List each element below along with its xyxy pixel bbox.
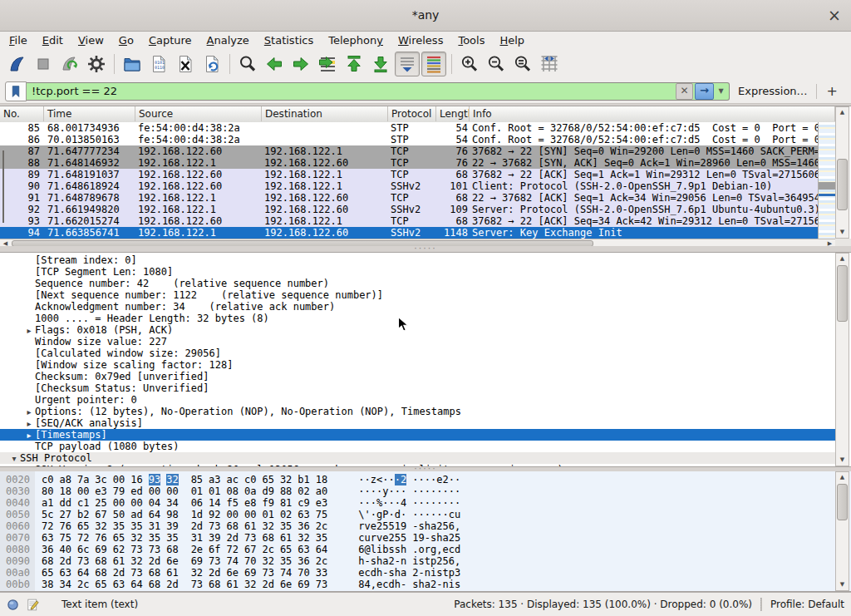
column-header-source[interactable]: Source	[135, 106, 262, 121]
hex-row-0030[interactable]: 0030801800e379ed00000101080ad98802a0····…	[0, 485, 835, 497]
hex-row-0060[interactable]: 006072766532353531392d7368613235362crve2…	[0, 520, 835, 532]
capture-options-button[interactable]	[84, 52, 109, 76]
open-file-button[interactable]	[120, 52, 145, 76]
scroll-thumb[interactable]	[837, 484, 848, 520]
packet-list-vertical-scrollbar[interactable]: ▲ ▼	[835, 106, 849, 239]
packet-row-87[interactable]: 8771.647777234192.168.122.60192.168.122.…	[0, 145, 818, 157]
expander-closed-icon[interactable]: ▸	[23, 430, 35, 441]
detail-row[interactable]: ▸[SEQ/ACK analysis]	[0, 417, 835, 429]
detail-row[interactable]: TCP payload (1080 bytes)	[0, 441, 835, 452]
expander-closed-icon[interactable]: ▸	[23, 325, 35, 337]
bytes-vertical-scrollbar[interactable]: ▲ ▼	[835, 471, 849, 591]
auto-scroll-button[interactable]	[395, 52, 420, 76]
close-button[interactable]: ×	[823, 0, 846, 31]
detail-row[interactable]: Window size value: 227	[0, 336, 835, 347]
add-filter-button[interactable]: +	[817, 83, 846, 99]
zoom-out-button[interactable]	[484, 52, 509, 76]
display-filter-input[interactable]	[27, 85, 676, 97]
packet-row-90[interactable]: 9071.648618924192.168.122.60192.168.122.…	[0, 180, 818, 192]
expander-closed-icon[interactable]: ▸	[23, 407, 35, 418]
zoom-normal-button[interactable]	[510, 52, 535, 76]
menu-item-analyze[interactable]: Analyze	[199, 32, 257, 48]
go-back-button[interactable]	[262, 52, 287, 76]
detail-row[interactable]: [Stream index: 0]	[0, 254, 835, 266]
packet-row-91[interactable]: 9171.648789678192.168.122.1192.168.122.6…	[0, 192, 818, 204]
detail-row[interactable]: ▸[Timestamps]	[0, 429, 835, 441]
hex-row-00a0[interactable]: 00a0656364682d736861322d6e6973747033ecdh…	[0, 567, 835, 579]
scroll-thumb[interactable]	[837, 265, 848, 322]
save-file-button[interactable]: 01010110	[146, 52, 171, 76]
menu-item-wireless[interactable]: Wireless	[391, 32, 450, 48]
pane-splitter-top[interactable]: ·····	[0, 246, 851, 252]
menu-item-tools[interactable]: Tools	[450, 32, 492, 48]
detail-row[interactable]: [Window size scaling factor: 128]	[0, 359, 835, 371]
packet-row-85[interactable]: 8568.001734936fe:54:00:d4:38:2aSTP54Conf…	[0, 122, 818, 134]
go-to-packet-button[interactable]	[315, 52, 340, 76]
find-packet-button[interactable]	[235, 52, 260, 76]
filter-apply-button[interactable]: →	[695, 83, 714, 100]
hex-row-0050[interactable]: 00505c27b26750ad64981d92000001026375\'·g…	[0, 509, 835, 520]
go-first-button[interactable]	[342, 52, 366, 76]
packet-row-86[interactable]: 8670.013850163fe:54:00:d4:38:2aSTP54Conf…	[0, 134, 818, 145]
expander-closed-icon[interactable]: ▸	[23, 418, 35, 430]
resize-columns-button[interactable]	[537, 52, 562, 76]
filter-bookmark-button[interactable]	[5, 81, 27, 101]
menu-item-go[interactable]: Go	[111, 32, 141, 48]
column-header-destination[interactable]: Destination	[262, 106, 388, 121]
hex-row-0020[interactable]: 0020c0a87a3c0016933285a3acc06532b118··z<…	[0, 474, 835, 485]
packet-row-92[interactable]: 9271.661949820192.168.122.1192.168.122.6…	[0, 204, 818, 215]
hex-row-0070[interactable]: 0070637572766532353531392d7368613235curv…	[0, 532, 835, 544]
zoom-in-button[interactable]	[457, 52, 482, 76]
expression-button[interactable]: Expression…	[730, 85, 816, 97]
detail-row[interactable]: ▸Options: (12 bytes), No-Operation (NOP)…	[0, 406, 835, 417]
scroll-thumb[interactable]	[837, 159, 848, 210]
menu-item-telephony[interactable]: Telephony	[321, 32, 391, 48]
scroll-up-button[interactable]: ▲	[836, 254, 849, 264]
detail-row[interactable]: [Checksum Status: Unverified]	[0, 382, 835, 394]
column-header-info[interactable]: Info	[470, 106, 835, 121]
go-forward-button[interactable]	[288, 52, 313, 76]
detail-row[interactable]: Urgent pointer: 0	[0, 394, 835, 406]
hex-row-0090[interactable]: 0090682d736861322d6e697374703235362ch-sh…	[0, 555, 835, 567]
hex-row-00b0[interactable]: 00b038342c656364682d736861322d6e697384,e…	[0, 579, 835, 590]
detail-row[interactable]: ▸Flags: 0x018 (PSH, ACK)	[0, 324, 835, 336]
menu-item-help[interactable]: Help	[492, 32, 532, 48]
detail-row[interactable]: 1000 .... = Header Length: 32 bytes (8)	[0, 313, 835, 324]
intelligent-scrollbar[interactable]	[818, 122, 835, 239]
detail-row[interactable]: ▾SSH Protocol	[0, 452, 835, 464]
expert-info-button[interactable]	[7, 599, 19, 611]
restart-capture-button[interactable]	[57, 52, 82, 76]
hex-row-0080[interactable]: 008036406c69627373682e6f72672c6563646@li…	[0, 544, 835, 555]
scroll-up-button[interactable]: ▲	[836, 107, 849, 118]
detail-row[interactable]: [Calculated window size: 29056]	[0, 347, 835, 359]
filter-clear-button[interactable]: ✕	[676, 83, 693, 100]
menu-item-edit[interactable]: Edit	[35, 32, 71, 48]
packet-row-89[interactable]: 8971.648191037192.168.122.60192.168.122.…	[0, 169, 818, 180]
column-header-length[interactable]: Length	[436, 106, 470, 121]
detail-row[interactable]: Sequence number: 42 (relative sequence n…	[0, 278, 835, 289]
column-header-protocol[interactable]: Protocol	[388, 106, 436, 121]
menu-item-statistics[interactable]: Statistics	[257, 32, 321, 48]
packet-row-93[interactable]: 9371.662015274192.168.122.60192.168.122.…	[0, 215, 818, 227]
column-header-no[interactable]: No.	[0, 106, 44, 121]
detail-row[interactable]: [TCP Segment Len: 1080]	[0, 266, 835, 278]
packet-row-94[interactable]: 9471.663856741192.168.122.1192.168.122.6…	[0, 227, 818, 239]
capture-comment-button[interactable]	[26, 598, 40, 612]
detail-row[interactable]: Acknowledgment number: 34 (relative ack …	[0, 301, 835, 313]
hex-row-0040[interactable]: 0040a1ddc125000004340614f5e8f981c9e3···%…	[0, 497, 835, 509]
menu-item-view[interactable]: View	[71, 32, 111, 48]
profile-button[interactable]: Profile: Default	[770, 599, 844, 610]
title-bar[interactable]: *any ×	[0, 0, 851, 32]
menu-item-capture[interactable]: Capture	[141, 32, 199, 48]
stop-capture-button[interactable]	[31, 52, 56, 76]
reload-file-button[interactable]	[199, 52, 224, 76]
detail-row[interactable]: Checksum: 0x79ed [unverified]	[0, 371, 835, 382]
column-header-time[interactable]: Time	[44, 106, 135, 121]
start-capture-button[interactable]	[4, 52, 29, 76]
go-last-button[interactable]	[368, 52, 393, 76]
scroll-down-button[interactable]: ▼	[836, 579, 849, 590]
detail-vertical-scrollbar[interactable]: ▲ ▼	[835, 253, 849, 466]
scroll-down-button[interactable]: ▼	[836, 455, 849, 466]
close-file-button[interactable]	[173, 52, 198, 76]
detail-row[interactable]: [Next sequence number: 1122 (relative se…	[0, 289, 835, 301]
